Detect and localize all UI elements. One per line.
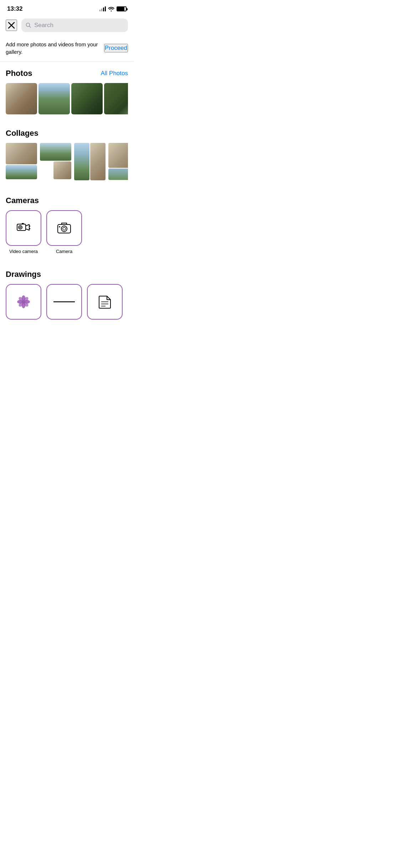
photo-thumb-2[interactable] <box>38 83 70 114</box>
svg-rect-4 <box>22 223 24 224</box>
video-camera-icon <box>16 219 31 237</box>
wifi-icon <box>108 6 114 11</box>
collages-row <box>6 143 128 180</box>
photos-section: Photos All Photos <box>0 62 134 119</box>
photo-thumb-3[interactable] <box>71 83 103 114</box>
svg-point-10 <box>61 226 67 232</box>
drawings-row <box>6 284 128 320</box>
photo-thumb-1[interactable] <box>6 83 37 114</box>
line-drawing-icon <box>53 294 75 310</box>
status-bar: 13:32 <box>0 0 134 16</box>
drawing-flower-box <box>6 284 41 320</box>
photos-section-header: Photos All Photos <box>6 69 128 78</box>
photos-section-title: Photos <box>6 69 32 78</box>
video-camera-item[interactable]: Video camera <box>6 210 41 254</box>
proceed-button[interactable]: Proceed <box>104 44 128 52</box>
drawing-doc-box <box>87 284 123 320</box>
battery-icon <box>117 6 127 11</box>
collages-section: Collages <box>0 119 134 185</box>
drawing-line-box <box>46 284 82 320</box>
drawing-flower-item[interactable] <box>6 284 41 320</box>
cameras-section: Cameras <box>0 185 134 258</box>
camera-item[interactable]: Camera <box>46 210 82 254</box>
photos-row <box>6 83 128 114</box>
flower-drawing-icon <box>16 294 31 310</box>
status-icons <box>99 6 127 11</box>
svg-point-11 <box>63 227 66 230</box>
cameras-section-header: Cameras <box>6 196 128 205</box>
photo-thumb-4[interactable] <box>104 83 128 114</box>
collage-item-2[interactable] <box>40 143 71 180</box>
drawing-line-item[interactable] <box>46 284 82 320</box>
svg-rect-8 <box>30 228 30 229</box>
all-photos-link[interactable]: All Photos <box>101 70 128 77</box>
collage-item-1[interactable] <box>6 143 37 180</box>
status-time: 13:32 <box>7 5 22 12</box>
camera-label: Camera <box>56 249 72 254</box>
svg-point-21 <box>22 300 25 304</box>
drawings-section-header: Drawings <box>6 270 128 279</box>
collages-section-header: Collages <box>6 129 128 138</box>
signal-bars-icon <box>99 6 106 11</box>
search-placeholder: Search <box>34 22 53 29</box>
close-button[interactable] <box>6 20 17 31</box>
svg-rect-7 <box>30 226 30 227</box>
svg-rect-5 <box>17 226 17 227</box>
cameras-section-title: Cameras <box>6 196 39 205</box>
video-camera-label: Video camera <box>9 249 38 254</box>
camera-box <box>46 210 82 246</box>
video-camera-box <box>6 210 41 246</box>
svg-rect-6 <box>17 228 17 229</box>
cameras-row: Video camera <box>6 210 128 254</box>
search-icon <box>26 22 31 28</box>
camera-icon <box>56 219 72 237</box>
document-drawing-icon <box>97 294 113 310</box>
svg-point-2 <box>19 226 22 229</box>
collages-section-title: Collages <box>6 129 38 138</box>
drawings-section: Drawings <box>0 258 134 324</box>
svg-point-3 <box>20 227 21 228</box>
banner: Add more photos and videos from your gal… <box>0 36 134 62</box>
collage-item-3[interactable] <box>74 143 106 180</box>
top-nav: Search <box>0 16 134 36</box>
drawing-doc-item[interactable] <box>87 284 123 320</box>
svg-rect-12 <box>59 226 60 227</box>
search-bar[interactable]: Search <box>21 19 128 32</box>
collage-item-4[interactable] <box>108 143 128 180</box>
drawings-section-title: Drawings <box>6 270 41 279</box>
banner-text: Add more photos and videos from your gal… <box>6 41 98 56</box>
